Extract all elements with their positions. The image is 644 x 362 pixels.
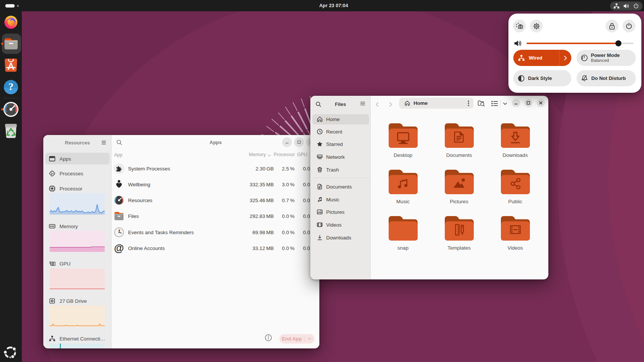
svg-text:?: ? (8, 81, 14, 92)
